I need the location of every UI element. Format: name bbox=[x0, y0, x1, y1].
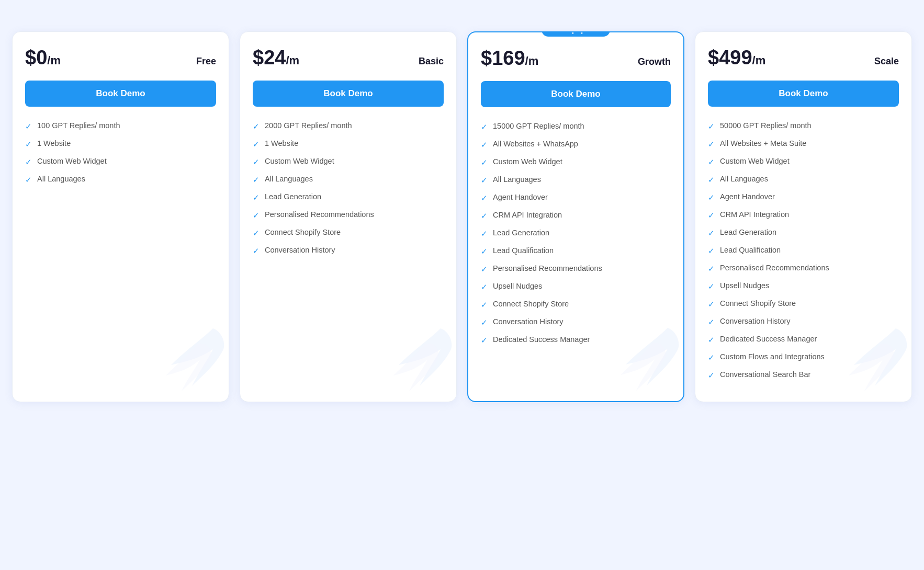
check-icon: ✓ bbox=[253, 227, 260, 238]
check-icon: ✓ bbox=[481, 246, 488, 257]
check-icon: ✓ bbox=[481, 192, 488, 203]
feature-text: 50000 GPT Replies/ month bbox=[720, 120, 812, 131]
feature-item: ✓ Dedicated Success Manager bbox=[481, 334, 671, 346]
book-demo-button[interactable]: Book Demo bbox=[481, 81, 671, 107]
feature-item: ✓ Personalised Recommendations bbox=[708, 263, 899, 274]
plan-header: $169 /m Growth bbox=[481, 47, 671, 70]
check-icon: ✓ bbox=[708, 192, 715, 203]
check-icon: ✓ bbox=[253, 139, 260, 150]
features-list: ✓ 2000 GPT Replies/ month ✓ 1 Website ✓ … bbox=[253, 120, 444, 256]
feature-item: ✓ Personalised Recommendations bbox=[253, 209, 444, 221]
feature-item: ✓ Agent Handover bbox=[481, 192, 671, 203]
check-icon: ✓ bbox=[481, 139, 488, 150]
plan-price: $24 bbox=[253, 47, 286, 69]
pricing-grid: $0 /m Free Book Demo ✓ 100 GPT Replies/ … bbox=[12, 16, 912, 402]
check-icon: ✓ bbox=[708, 370, 715, 381]
price-main: $499 /m bbox=[708, 47, 765, 69]
feature-item: ✓ Connect Shopify Store bbox=[481, 299, 671, 310]
plan-name: Growth bbox=[638, 56, 671, 67]
feature-text: Personalised Recommendations bbox=[720, 263, 829, 273]
feature-text: Conversational Search Bar bbox=[720, 369, 810, 380]
feature-item: ✓ All Websites + Meta Suite bbox=[708, 138, 899, 150]
check-icon: ✓ bbox=[253, 245, 260, 256]
features-list: ✓ 15000 GPT Replies/ month ✓ All Website… bbox=[481, 121, 671, 346]
check-icon: ✓ bbox=[481, 175, 488, 186]
feature-item: ✓ Lead Generation bbox=[481, 227, 671, 239]
book-demo-button[interactable]: Book Demo bbox=[708, 81, 899, 107]
check-icon: ✓ bbox=[708, 139, 715, 150]
feature-text: Agent Handover bbox=[720, 191, 775, 202]
feature-text: Agent Handover bbox=[493, 192, 548, 202]
check-icon: ✓ bbox=[25, 156, 32, 167]
feature-text: CRM API Integration bbox=[493, 210, 562, 220]
feature-item: ✓ Custom Web Widget bbox=[25, 156, 216, 167]
feature-text: Upsell Nudges bbox=[720, 280, 769, 291]
check-icon: ✓ bbox=[708, 263, 715, 274]
feature-item: ✓ CRM API Integration bbox=[708, 209, 899, 221]
feature-item: ✓ Upsell Nudges bbox=[481, 281, 671, 292]
feature-item: ✓ 50000 GPT Replies/ month bbox=[708, 120, 899, 132]
check-icon: ✓ bbox=[25, 121, 32, 132]
check-icon: ✓ bbox=[708, 352, 715, 363]
feature-item: ✓ Conversation History bbox=[708, 316, 899, 327]
price-main: $169 /m bbox=[481, 47, 538, 70]
plan-name: Scale bbox=[874, 56, 899, 67]
price-main: $0 /m bbox=[25, 47, 61, 69]
plan-name: Basic bbox=[419, 56, 444, 67]
feature-text: Conversation History bbox=[720, 316, 791, 326]
feature-item: ✓ Agent Handover bbox=[708, 191, 899, 203]
feature-text: 2000 GPT Replies/ month bbox=[265, 120, 352, 131]
feature-text: Lead Generation bbox=[720, 227, 776, 237]
book-demo-button[interactable]: Book Demo bbox=[253, 81, 444, 107]
feature-text: 100 GPT Replies/ month bbox=[37, 120, 120, 131]
check-icon: ✓ bbox=[481, 317, 488, 328]
feature-item: ✓ Conversational Search Bar bbox=[708, 369, 899, 381]
plan-price: $0 bbox=[25, 47, 47, 69]
feature-text: All Languages bbox=[493, 174, 541, 185]
check-icon: ✓ bbox=[708, 334, 715, 345]
check-icon: ✓ bbox=[481, 299, 488, 310]
feature-text: Conversation History bbox=[265, 245, 335, 255]
feature-text: Connect Shopify Store bbox=[493, 299, 569, 309]
feature-item: ✓ Conversation History bbox=[253, 245, 444, 256]
feature-text: Custom Web Widget bbox=[493, 156, 562, 167]
check-icon: ✓ bbox=[253, 192, 260, 203]
check-icon: ✓ bbox=[708, 299, 715, 310]
book-demo-button[interactable]: Book Demo bbox=[25, 81, 216, 107]
feature-text: Lead Qualification bbox=[493, 245, 554, 256]
feature-item: ✓ 2000 GPT Replies/ month bbox=[253, 120, 444, 132]
check-icon: ✓ bbox=[481, 335, 488, 346]
feature-text: Personalised Recommendations bbox=[265, 209, 374, 220]
check-icon: ✓ bbox=[708, 210, 715, 221]
plan-period: /m bbox=[286, 54, 299, 67]
plan-name: Free bbox=[196, 56, 216, 67]
check-icon: ✓ bbox=[25, 139, 32, 150]
plan-price: $499 bbox=[708, 47, 752, 69]
feature-text: 1 Website bbox=[265, 138, 298, 149]
feature-text: All Languages bbox=[720, 174, 768, 184]
feature-text: Conversation History bbox=[493, 316, 564, 327]
feature-text: Lead Generation bbox=[265, 191, 321, 202]
feature-item: ✓ 1 Website bbox=[25, 138, 216, 150]
feature-item: ✓ All Languages bbox=[25, 174, 216, 185]
feature-item: ✓ Dedicated Success Manager bbox=[708, 334, 899, 345]
feature-item: ✓ Personalised Recommendations bbox=[481, 263, 671, 275]
check-icon: ✓ bbox=[481, 281, 488, 292]
plan-header: $499 /m Scale bbox=[708, 47, 899, 69]
feature-item: ✓ 15000 GPT Replies/ month bbox=[481, 121, 671, 132]
feature-item: ✓ Lead Qualification bbox=[708, 245, 899, 256]
features-list: ✓ 50000 GPT Replies/ month ✓ All Website… bbox=[708, 120, 899, 381]
feature-item: ✓ Custom Web Widget bbox=[708, 156, 899, 167]
plan-card-free: $0 /m Free Book Demo ✓ 100 GPT Replies/ … bbox=[12, 31, 229, 402]
feature-item: ✓ Lead Qualification bbox=[481, 245, 671, 257]
feature-text: Custom Web Widget bbox=[720, 156, 790, 166]
feature-item: ✓ All Languages bbox=[708, 174, 899, 185]
check-icon: ✓ bbox=[481, 210, 488, 221]
feature-text: 15000 GPT Replies/ month bbox=[493, 121, 584, 131]
feature-item: ✓ Connect Shopify Store bbox=[708, 298, 899, 310]
feature-item: ✓ Lead Generation bbox=[708, 227, 899, 238]
check-icon: ✓ bbox=[708, 245, 715, 256]
card-decoration bbox=[155, 318, 229, 402]
feature-text: 1 Website bbox=[37, 138, 71, 149]
feature-item: ✓ Lead Generation bbox=[253, 191, 444, 203]
